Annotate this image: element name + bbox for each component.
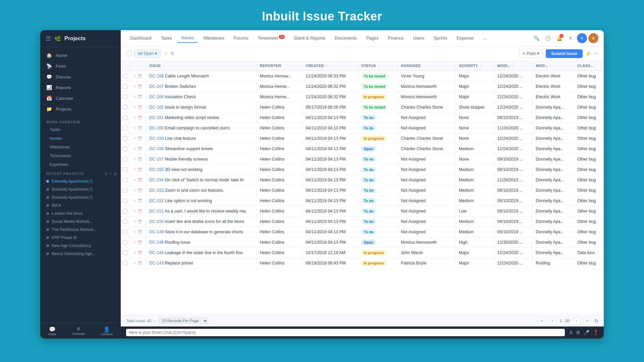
issue-id-title[interactable]: DC-154 On click of 'Switch to normal mod… [146, 175, 256, 185]
bottom-settings-icon[interactable]: ⚙ [576, 330, 580, 335]
prev-page-button[interactable]: ‹ [549, 317, 556, 324]
per-page-select[interactable]: 25 Records Per Page 50 Records Per Page … [159, 317, 208, 324]
col-reporter[interactable]: REPORTER [256, 61, 302, 71]
sidebar-item-projects[interactable]: 📁 Projects [40, 104, 121, 114]
row-checkbox[interactable] [121, 206, 130, 217]
submit-issue-button[interactable]: Submit Issue [546, 49, 583, 58]
add-project-icon[interactable]: + [110, 172, 112, 176]
nav-tasks[interactable]: Tasks [157, 34, 176, 43]
row-checkbox[interactable] [121, 133, 130, 144]
issue-id-title[interactable]: DC-151 As a user, I would like to receiv… [146, 206, 256, 217]
nav-dashboard[interactable]: Dashboard [126, 34, 156, 43]
nav-issues[interactable]: Issues [177, 33, 198, 43]
table-row[interactable]: ✎⏰ DC-166 Insulation Check Monica Hemw..… [121, 92, 604, 102]
row-checkbox[interactable] [121, 227, 130, 237]
smart-chat-input[interactable] [126, 329, 565, 336]
sidebar-item-expenses[interactable]: Expenses [40, 160, 121, 169]
nav-expense[interactable]: Expense [452, 34, 478, 43]
more-options-icon[interactable]: ⋯ [594, 51, 598, 56]
search-project-icon[interactable]: ⊕ [114, 172, 117, 176]
table-row[interactable]: ✎⏰ DC-148 Roofing issue Helen Collins 04… [121, 237, 604, 248]
user-avatar[interactable]: A [588, 33, 598, 43]
sidebar-item-issues[interactable]: Issues [40, 134, 121, 143]
table-row[interactable]: ✎⏰ DC-161 Marketing video script review … [121, 113, 604, 123]
nav-documents[interactable]: Documents [331, 34, 361, 43]
select-all-checkbox[interactable] [126, 51, 131, 56]
nav-milestones[interactable]: Milestones [199, 34, 228, 43]
issue-id-title[interactable]: DC-143 Replace primer [146, 258, 256, 268]
sidebar-item-feed[interactable]: 📡 Feed [40, 61, 121, 71]
table-row[interactable]: ✎⏰ DC-154 On click of 'Switch to normal … [121, 175, 604, 185]
nav-pages[interactable]: Pages [362, 34, 383, 43]
table-row[interactable]: ✎⏰ DC-162 Issue in design format Helen C… [121, 102, 604, 113]
project-donnelly-2[interactable]: Donnelly Apartments C [40, 185, 121, 193]
row-checkbox[interactable] [121, 248, 130, 258]
row-checkbox[interactable] [121, 92, 130, 102]
issue-id-title[interactable]: DC-162 Issue in design format [146, 102, 256, 113]
row-checkbox[interactable] [121, 123, 130, 133]
nav-finance[interactable]: Finance [384, 34, 408, 43]
refresh-button[interactable]: ↻ [171, 51, 174, 56]
star-button[interactable]: ☆ [164, 51, 168, 57]
issue-id-title[interactable]: DC-149 Store it in our database to gener… [146, 227, 256, 237]
nav-more[interactable]: ... [479, 34, 491, 43]
table-row[interactable]: ✎⏰ DC-168 Cable Length Mismatch Monica H… [121, 71, 604, 81]
issue-id-title[interactable]: DC-160 Email campaign to cancelled users [146, 123, 256, 133]
row-checkbox[interactable] [121, 144, 130, 154]
contacts-tab[interactable]: 👤 Contacts [101, 326, 113, 336]
col-status[interactable]: STATUS ↕ [358, 61, 397, 71]
col-mod2[interactable]: MOD... ↕ [532, 61, 574, 71]
col-issue[interactable]: ISSUE ↕ [146, 61, 256, 71]
nav-sprints[interactable]: Sprints [430, 34, 451, 43]
sidebar-item-timesheets[interactable]: Timesheets [40, 152, 121, 160]
table-row[interactable]: ✎⏰ DC-159 Live chat feature Helen Collin… [121, 133, 604, 144]
issue-id-title[interactable]: DC-150 Insert like and dislike icons for… [146, 217, 256, 227]
notification-button[interactable]: 🔔 1 [554, 33, 564, 43]
sidebar-item-milestones[interactable]: Milestones [40, 143, 121, 152]
sidebar-item-home[interactable]: 🏠 Home [40, 50, 121, 61]
clock-button[interactable]: 🕐 [543, 33, 553, 43]
col-class[interactable]: CLASS... [574, 61, 604, 71]
col-severity[interactable]: SEVERITY ↕ [455, 61, 494, 71]
row-checkbox[interactable] [121, 217, 130, 227]
table-row[interactable]: ✎⏰ DC-160 Email campaign to cancelled us… [121, 123, 604, 133]
filter-button[interactable]: All Open ▾ [134, 49, 161, 58]
col-created[interactable]: CREATED ↕ [302, 61, 358, 71]
issue-id-title[interactable]: DC-155 3D view not working [146, 165, 256, 175]
refresh-page-icon[interactable]: ↻ [594, 318, 598, 323]
issue-id-title[interactable]: DC-153 Zoom in and zoom out features. [146, 185, 256, 196]
nav-gantt[interactable]: Gantt & Reports [290, 34, 329, 43]
nav-users[interactable]: Users [409, 34, 428, 43]
plain-view-button[interactable]: ≡ Plain ▾ [519, 49, 543, 58]
table-row[interactable]: ✎⏰ DC-144 Leakage in the water line in t… [121, 248, 604, 258]
issue-id-title[interactable]: DC-144 Leakage in the water line in the … [146, 248, 256, 258]
sidebar-item-calendar[interactable]: 📅 Calendar [40, 93, 121, 104]
list-view-icon[interactable]: ☰ [104, 172, 108, 176]
table-row[interactable]: ✎⏰ DC-152 Like option is not working Hel… [121, 196, 604, 206]
issue-id-title[interactable]: DC-159 Live chat feature [146, 133, 256, 144]
row-checkbox[interactable] [121, 237, 130, 248]
issue-id-title[interactable]: DC-157 Mobile friendly screens [146, 154, 256, 165]
project-social[interactable]: Social Media Marketi... [40, 218, 121, 226]
issue-id-title[interactable]: DC-168 Cable Length Mismatch [146, 71, 256, 81]
close-button[interactable]: ✕ [566, 33, 576, 43]
issue-id-title[interactable]: DC-161 Marketing video script review [146, 113, 256, 123]
project-donnelly-3[interactable]: Donnelly Apartments C [40, 193, 121, 201]
table-row[interactable]: ✎⏰ DC-143 Replace primer Helen Collins 0… [121, 258, 604, 268]
project-iimk[interactable]: IIM-K [40, 201, 121, 209]
row-checkbox[interactable] [121, 258, 130, 268]
table-row[interactable]: ✎⏰ DC-151 As a user, I would like to rec… [121, 206, 604, 217]
col-mod1[interactable]: MODI... ↕ [494, 61, 532, 71]
sidebar-item-reports[interactable]: 📊 Reports [40, 82, 121, 93]
row-checkbox[interactable] [121, 81, 130, 92]
issue-id-title[interactable]: DC-152 Like option is not working [146, 196, 256, 206]
issue-id-title[interactable]: DC-167 Broken Switches [146, 81, 256, 92]
table-row[interactable]: ✎⏰ DC-157 Mobile friendly screens Helen … [121, 154, 604, 165]
project-nexus[interactable]: Nexus Advertising Age... [40, 250, 121, 258]
add-button[interactable]: + [577, 33, 587, 43]
bottom-help-icon[interactable]: ❓ [593, 330, 598, 335]
project-donnelly-1[interactable]: Donnelly Apartments C [40, 177, 121, 185]
bottom-text-icon[interactable]: A [570, 330, 573, 335]
row-checkbox[interactable] [121, 185, 130, 196]
table-row[interactable]: ✎⏰ DC-158 Streamline support tickets Hel… [121, 144, 604, 154]
